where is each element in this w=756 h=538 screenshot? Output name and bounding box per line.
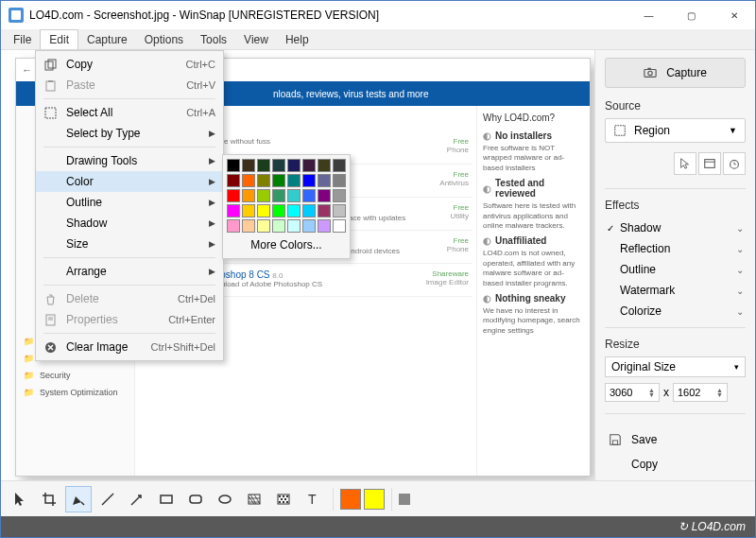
color-swatch[interactable] — [272, 219, 285, 233]
color-swatch[interactable] — [257, 204, 270, 217]
menu-view[interactable]: View — [235, 29, 277, 49]
effect-colorize[interactable]: Colorize⌄ — [605, 301, 746, 321]
color-swatch[interactable] — [257, 219, 270, 233]
effect-shadow[interactable]: ✓Shadow⌄ — [605, 217, 746, 238]
menu-item-clear-image[interactable]: Clear ImageCtrl+Shift+Del — [36, 337, 223, 357]
color-swatch[interactable] — [257, 174, 270, 187]
menu-item-delete[interactable]: DeleteCtrl+Del — [36, 288, 223, 309]
more-colors-item[interactable]: More Colors... — [227, 233, 346, 254]
menu-help[interactable]: Help — [277, 29, 318, 49]
color-swatch[interactable] — [242, 189, 255, 202]
color-swatch[interactable] — [333, 219, 346, 233]
ellipse-icon — [216, 491, 233, 508]
cursor-mode-button[interactable] — [674, 152, 696, 175]
clear-icon — [42, 339, 59, 355]
svg-text:T: T — [308, 492, 317, 507]
color-swatch[interactable] — [272, 174, 285, 187]
menu-edit[interactable]: Edit — [40, 29, 78, 49]
color-swatch[interactable] — [227, 219, 240, 233]
menu-item-drawing-tools[interactable]: Drawing Tools▶ — [36, 150, 223, 171]
menu-item-arrange[interactable]: Arrange▶ — [36, 261, 223, 282]
chevron-right-icon: ▶ — [209, 177, 215, 186]
primary-color-swatch[interactable] — [340, 489, 361, 510]
effect-watermark[interactable]: Watermark⌄ — [605, 280, 746, 301]
color-swatch[interactable] — [333, 159, 346, 172]
menu-item-select-all[interactable]: Select AllCtrl+A — [36, 102, 223, 123]
tool-line[interactable] — [94, 486, 121, 512]
save-button[interactable]: Save — [605, 427, 746, 452]
size-indicator[interactable] — [399, 494, 410, 505]
color-swatch[interactable] — [302, 219, 316, 233]
minimize-button[interactable]: — — [627, 1, 670, 29]
color-swatch[interactable] — [227, 174, 240, 187]
effect-reflection[interactable]: Reflection⌄ — [605, 238, 746, 259]
resize-mode-select[interactable]: Original Size ▾ — [605, 356, 746, 377]
close-button[interactable]: ✕ — [713, 1, 755, 29]
tool-crop[interactable] — [36, 486, 62, 512]
color-swatch[interactable] — [257, 189, 270, 202]
color-swatch[interactable] — [318, 159, 331, 172]
height-input[interactable]: 1602 ▲▼ — [673, 383, 728, 402]
tool-arrow[interactable] — [124, 486, 150, 512]
tool-ellipse[interactable] — [212, 486, 238, 512]
tool-roundrect[interactable] — [182, 486, 209, 512]
tool-hatch[interactable] — [241, 486, 267, 512]
menu-item-color[interactable]: Color▶ — [36, 171, 223, 192]
color-swatch[interactable] — [242, 204, 255, 217]
color-swatch[interactable] — [287, 189, 301, 202]
color-swatch[interactable] — [257, 159, 270, 172]
tool-text[interactable]: T — [300, 486, 326, 512]
color-swatch[interactable] — [227, 204, 240, 217]
color-swatch[interactable] — [287, 204, 301, 217]
color-swatch[interactable] — [227, 159, 240, 172]
color-swatch[interactable] — [302, 174, 316, 187]
color-swatch[interactable] — [272, 204, 285, 217]
camera-icon — [644, 66, 657, 79]
color-swatch[interactable] — [333, 204, 346, 217]
capture-button[interactable]: Capture — [605, 58, 746, 88]
back-icon: ← — [22, 64, 32, 76]
menu-item-select-by-type[interactable]: Select by Type▶ — [36, 123, 223, 144]
color-swatch[interactable] — [302, 204, 316, 217]
source-select[interactable]: Region ▼ — [605, 118, 746, 143]
effect-outline[interactable]: Outline⌄ — [605, 259, 746, 280]
color-swatch[interactable] — [227, 189, 240, 202]
menu-item-paste[interactable]: PasteCtrl+V — [36, 75, 223, 95]
tool-pointer[interactable] — [7, 486, 33, 512]
color-swatch[interactable] — [302, 159, 316, 172]
color-swatch[interactable] — [318, 189, 331, 202]
menu-file[interactable]: File — [5, 29, 40, 49]
window-mode-button[interactable] — [698, 152, 721, 175]
secondary-color-swatch[interactable] — [364, 489, 385, 510]
color-swatch[interactable] — [242, 174, 255, 187]
tool-blur[interactable] — [270, 486, 297, 512]
menu-options[interactable]: Options — [136, 29, 192, 49]
width-input[interactable]: 3060 ▲▼ — [605, 383, 660, 402]
color-swatch[interactable] — [302, 189, 316, 202]
color-swatch[interactable] — [272, 159, 285, 172]
color-swatch[interactable] — [287, 219, 301, 233]
menu-item-properties[interactable]: PropertiesCtrl+Enter — [36, 309, 223, 330]
menu-item-shadow[interactable]: Shadow▶ — [36, 213, 223, 234]
color-swatch[interactable] — [318, 204, 331, 217]
timer-mode-button[interactable] — [723, 152, 746, 175]
menu-tools[interactable]: Tools — [192, 29, 235, 49]
menu-item-copy[interactable]: CopyCtrl+C — [36, 54, 223, 75]
color-swatch[interactable] — [272, 189, 285, 202]
menu-item-outline[interactable]: Outline▶ — [36, 192, 223, 213]
color-swatch[interactable] — [318, 174, 331, 187]
maximize-button[interactable]: ▢ — [670, 1, 713, 29]
color-swatch[interactable] — [333, 189, 346, 202]
menu-item-size[interactable]: Size▶ — [36, 234, 223, 254]
why-heading: ◐ Nothing sneaky — [483, 293, 584, 304]
copy-button[interactable]: Copy — [605, 452, 746, 477]
tool-rect[interactable] — [153, 486, 180, 512]
tool-pen[interactable] — [65, 486, 92, 512]
color-swatch[interactable] — [242, 159, 255, 172]
menu-capture[interactable]: Capture — [78, 29, 136, 49]
color-swatch[interactable] — [318, 219, 331, 233]
color-swatch[interactable] — [333, 174, 346, 187]
color-swatch[interactable] — [287, 174, 301, 187]
color-swatch[interactable] — [242, 219, 255, 233]
color-swatch[interactable] — [287, 159, 301, 172]
